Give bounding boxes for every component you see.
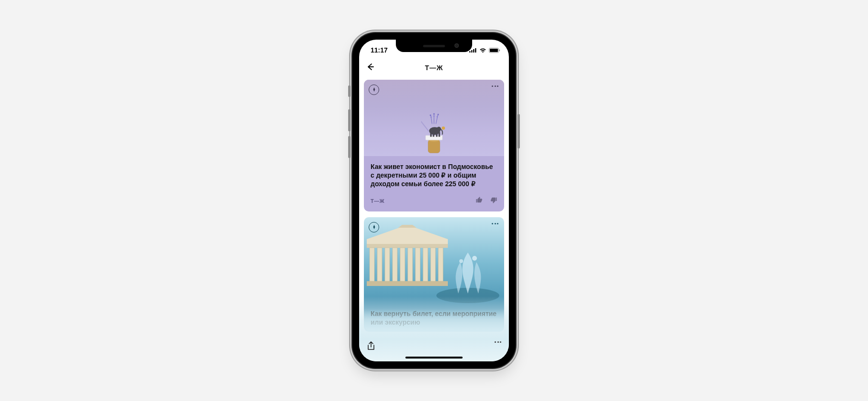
svg-rect-0 bbox=[469, 51, 471, 53]
svg-point-24 bbox=[436, 116, 438, 117]
volume-up-button[interactable] bbox=[348, 109, 351, 131]
bottom-more-button[interactable] bbox=[495, 341, 501, 343]
dislike-button[interactable] bbox=[490, 196, 497, 206]
svg-rect-33 bbox=[408, 248, 413, 281]
svg-rect-14 bbox=[433, 133, 434, 137]
svg-point-20 bbox=[433, 113, 434, 115]
svg-point-41 bbox=[459, 259, 463, 263]
svg-rect-35 bbox=[423, 248, 428, 281]
wifi-icon bbox=[479, 48, 486, 53]
status-indicators bbox=[469, 45, 500, 53]
svg-rect-34 bbox=[415, 248, 420, 281]
card-image bbox=[364, 80, 504, 156]
feed-card[interactable]: Как живет экономист в Подмосковье с декр… bbox=[364, 80, 504, 211]
compass-icon bbox=[372, 85, 377, 94]
back-button[interactable] bbox=[364, 61, 377, 74]
status-time: 11:17 bbox=[368, 43, 388, 54]
share-button[interactable] bbox=[367, 341, 375, 353]
svg-marker-26 bbox=[398, 225, 416, 228]
feed-card[interactable]: Как вернуть билет, если мероприятие или … bbox=[364, 217, 504, 332]
volume-down-button[interactable] bbox=[348, 136, 351, 158]
arrow-left-icon bbox=[366, 62, 375, 74]
svg-rect-2 bbox=[473, 49, 475, 53]
nav-header: Т—Ж bbox=[359, 58, 509, 78]
home-indicator[interactable] bbox=[405, 357, 463, 359]
card-illustration-fountain bbox=[434, 248, 501, 305]
svg-point-23 bbox=[434, 116, 435, 117]
card-more-button[interactable] bbox=[492, 223, 498, 224]
svg-rect-16 bbox=[438, 132, 440, 137]
feed[interactable]: Как живет экономист в Подмосковье с декр… bbox=[359, 78, 509, 339]
front-camera bbox=[455, 43, 459, 48]
svg-rect-27 bbox=[367, 244, 448, 248]
card-source[interactable]: Т—Ж bbox=[371, 198, 384, 204]
card-body: Как живет экономист в Подмосковье с декр… bbox=[364, 156, 504, 192]
svg-rect-13 bbox=[430, 132, 432, 137]
page-title: Т—Ж bbox=[425, 64, 443, 72]
svg-rect-9 bbox=[428, 140, 440, 153]
card-footer: Т—Ж bbox=[364, 192, 504, 211]
mute-switch[interactable] bbox=[348, 85, 351, 97]
card-more-button[interactable] bbox=[492, 85, 498, 87]
card-title: Как живет экономист в Подмосковье с декр… bbox=[371, 163, 497, 189]
svg-rect-28 bbox=[370, 248, 374, 281]
notch bbox=[396, 40, 472, 52]
svg-rect-31 bbox=[393, 248, 397, 281]
like-button[interactable] bbox=[475, 196, 483, 206]
svg-point-19 bbox=[430, 115, 431, 116]
svg-rect-32 bbox=[400, 248, 405, 281]
svg-point-40 bbox=[472, 256, 477, 261]
svg-rect-8 bbox=[421, 118, 429, 132]
thumb-down-icon bbox=[490, 196, 497, 204]
svg-rect-29 bbox=[377, 248, 382, 281]
svg-point-7 bbox=[421, 114, 422, 121]
speaker-grille bbox=[423, 45, 445, 47]
battery-icon bbox=[489, 48, 500, 53]
power-button[interactable] bbox=[517, 114, 520, 148]
card-illustration bbox=[421, 105, 447, 156]
share-icon bbox=[367, 341, 375, 351]
svg-point-18 bbox=[442, 127, 445, 130]
svg-point-22 bbox=[431, 116, 432, 118]
svg-rect-3 bbox=[475, 48, 476, 53]
card-title: Как вернуть билет, если мероприятие или … bbox=[371, 310, 497, 327]
svg-point-21 bbox=[437, 114, 439, 115]
svg-rect-30 bbox=[385, 248, 390, 281]
explore-badge[interactable] bbox=[369, 84, 379, 95]
svg-rect-15 bbox=[436, 133, 437, 137]
thumb-up-icon bbox=[475, 196, 483, 204]
card-actions bbox=[475, 196, 497, 206]
svg-rect-6 bbox=[499, 49, 500, 51]
phone-frame: 11:17 bbox=[352, 33, 516, 368]
screen: 11:17 bbox=[359, 40, 509, 361]
svg-rect-1 bbox=[471, 50, 473, 53]
svg-rect-5 bbox=[490, 49, 498, 52]
